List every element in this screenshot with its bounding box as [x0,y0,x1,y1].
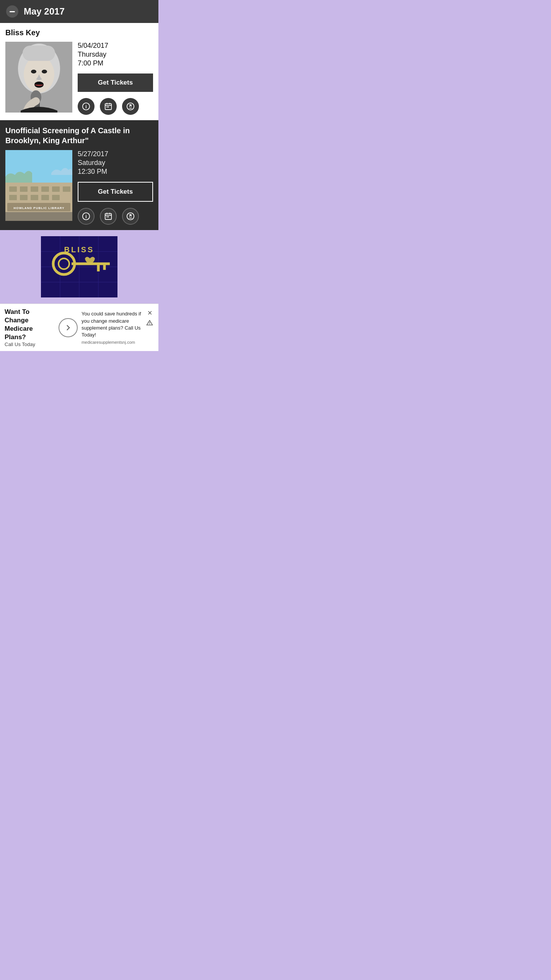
event-card-bliss-key: Bliss Key [0,23,158,120]
svg-rect-16 [106,106,108,108]
svg-point-5 [31,70,36,74]
svg-rect-26 [63,186,70,192]
svg-rect-29 [31,195,38,200]
event-image-library: HOWLAND PUBLIC LIBRARY [5,150,72,221]
svg-rect-22 [20,186,28,192]
event-image-singer [5,42,72,113]
svg-rect-41 [106,216,108,217]
action-icons-bliss: i [78,98,153,115]
event-time: 7:00 PM [78,59,153,67]
ad-url: medicaresupplementsnj.com [82,340,142,345]
event-date: 5/04/2017 [78,42,153,50]
ad-close-controls: ✕ [145,309,154,327]
event-title: Bliss Key [5,28,153,37]
svg-point-6 [42,70,47,74]
ad-banner[interactable]: Want To Change Medicare Plans? Call Us T… [0,304,158,351]
event-day-screening: Saturday [78,159,153,167]
event-title-screening: Unofficial Screening of A Castle in Broo… [5,126,153,145]
calendar-icon-button-screening[interactable] [100,208,117,225]
event-day: Thursday [78,51,153,59]
event-info-bliss-key: 5/04/2017 Thursday 7:00 PM Get Tickets i [78,42,153,115]
ad-arrow-button[interactable] [59,318,78,337]
event-time-screening: 12:30 PM [78,168,153,176]
svg-rect-34 [5,212,72,221]
svg-rect-17 [108,106,109,108]
ad-body: You could save hundreds if you change me… [82,310,142,338]
ad-text-right: You could save hundreds if you change me… [82,310,142,345]
ad-report-button[interactable] [145,318,154,327]
svg-point-43 [127,213,134,220]
bliss-logo-image: BLISS [41,236,117,297]
event-date-screening: 5/27/2017 [78,150,153,158]
event-info-screening: 5/27/2017 Saturday 12:30 PM Get Tickets … [78,150,153,225]
svg-rect-24 [41,186,49,192]
svg-point-59 [149,324,150,325]
svg-rect-27 [9,195,17,200]
svg-rect-25 [52,186,60,192]
ad-subtext: Call Us Today [5,341,55,347]
svg-point-18 [127,103,134,110]
ad-close-button[interactable]: ✕ [145,309,154,317]
event-card-screening: Unofficial Screening of A Castle in Broo… [0,120,158,230]
calendar-icon-button[interactable] [100,98,117,115]
svg-rect-42 [108,216,109,217]
svg-rect-31 [52,195,60,200]
info-icon-button[interactable]: i [78,98,95,115]
bliss-logo-section: BLISS [0,230,158,304]
svg-rect-21 [9,186,17,192]
info-icon-button-screening[interactable]: i [78,208,95,225]
collapse-icon[interactable] [6,5,18,18]
ad-headline: Want To Change Medicare Plans? [5,308,55,341]
svg-rect-28 [20,195,28,200]
share-icon-button[interactable] [122,98,139,115]
get-tickets-button-bliss[interactable]: Get Tickets [78,74,153,92]
svg-rect-4 [23,46,55,61]
ad-text-left: Want To Change Medicare Plans? Call Us T… [5,308,55,347]
share-icon-button-screening[interactable] [122,208,139,225]
svg-rect-23 [31,186,38,192]
svg-text:i: i [85,214,86,219]
svg-text:i: i [85,104,86,109]
svg-text:BLISS: BLISS [64,245,95,254]
get-tickets-button-screening[interactable]: Get Tickets [78,182,153,202]
svg-text:HOWLAND PUBLIC LIBRARY: HOWLAND PUBLIC LIBRARY [13,206,64,210]
month-title: May 2017 [24,6,65,17]
month-header[interactable]: May 2017 [0,0,158,23]
action-icons-screening: i [78,208,153,225]
svg-rect-30 [41,195,49,200]
